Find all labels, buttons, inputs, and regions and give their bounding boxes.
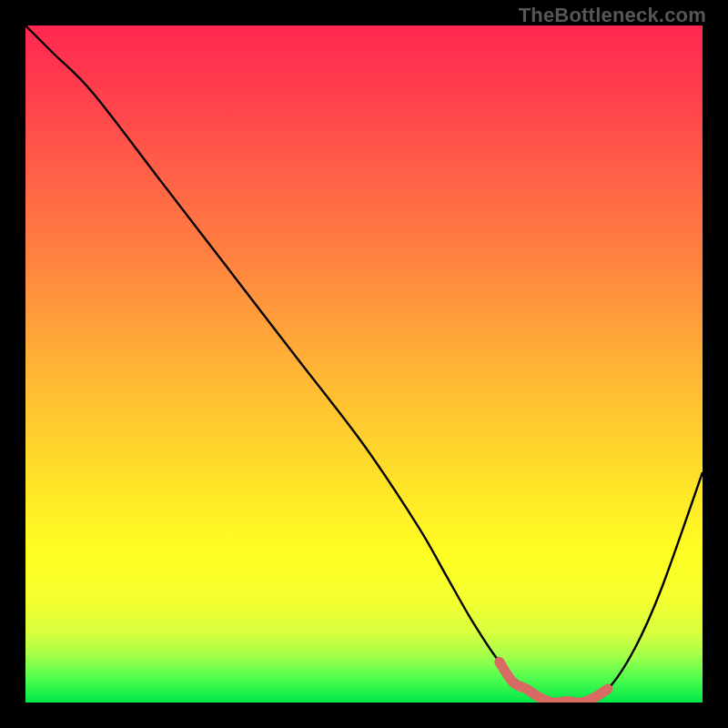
chart-frame: TheBottleneck.com xyxy=(0,0,728,728)
bottleneck-plot xyxy=(25,25,703,703)
attribution-label: TheBottleneck.com xyxy=(519,4,706,27)
gradient-background xyxy=(25,25,703,703)
